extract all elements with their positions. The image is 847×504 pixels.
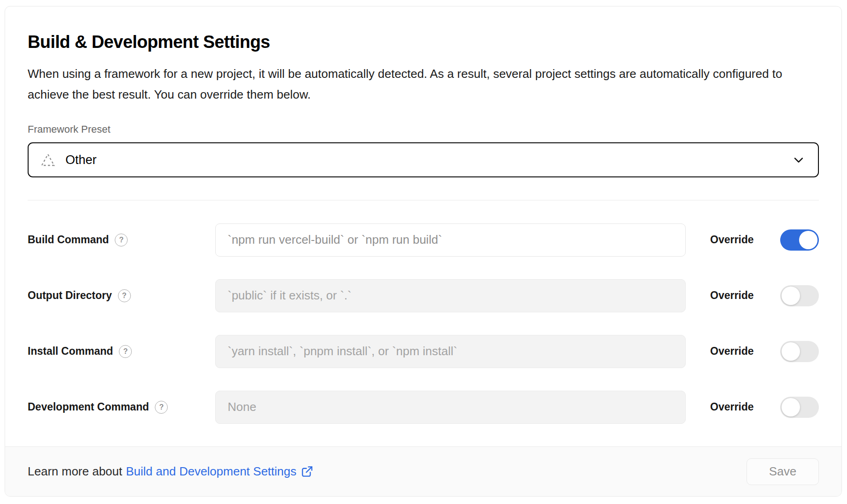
framework-preset-label: Framework Preset [28, 123, 819, 136]
row-label-group: Development Command ? [28, 401, 215, 414]
install-command-label: Install Command [28, 345, 113, 357]
install-command-input [215, 335, 686, 368]
row-label-group: Install Command ? [28, 345, 215, 358]
override-control: Override [710, 285, 819, 306]
toggle-knob [782, 398, 800, 416]
output-directory-row: Output Directory ? Override [28, 268, 819, 323]
save-button[interactable]: Save [747, 458, 819, 485]
install-command-override-toggle[interactable] [780, 341, 819, 362]
override-control: Override [710, 341, 819, 362]
section-divider [28, 200, 819, 200]
override-label: Override [710, 289, 754, 302]
build-command-label: Build Command [28, 234, 109, 246]
override-label: Override [710, 234, 754, 246]
development-command-override-toggle[interactable] [780, 397, 819, 418]
settings-rows: Build Command ? Override Output Director… [28, 212, 819, 435]
toggle-knob [799, 231, 818, 249]
external-link-icon [301, 465, 313, 478]
page-title: Build & Development Settings [28, 31, 819, 53]
override-control: Override [710, 397, 819, 418]
question-circle-icon[interactable]: ? [119, 345, 132, 358]
build-settings-card: Build & Development Settings When using … [5, 6, 842, 497]
framework-preset-value: Other [65, 153, 97, 167]
chevron-down-icon [791, 152, 806, 167]
development-command-input [215, 391, 686, 424]
other-framework-icon [41, 153, 55, 167]
footer-note-prefix: Learn more about [28, 464, 122, 479]
build-command-input[interactable] [215, 223, 686, 257]
toggle-knob [782, 287, 800, 305]
settings-description: When using a framework for a new project… [28, 64, 819, 105]
output-directory-input [215, 279, 686, 312]
development-command-label: Development Command [28, 401, 149, 413]
question-circle-icon[interactable]: ? [115, 234, 128, 246]
row-label-group: Build Command ? [28, 234, 215, 246]
card-body: Build & Development Settings When using … [5, 6, 841, 446]
question-circle-icon[interactable]: ? [118, 289, 131, 302]
framework-preset-select[interactable]: Other [28, 142, 819, 177]
output-directory-override-toggle[interactable] [780, 285, 819, 306]
toggle-knob [782, 342, 800, 361]
row-label-group: Output Directory ? [28, 289, 215, 302]
build-command-override-toggle[interactable] [780, 229, 819, 251]
question-circle-icon[interactable]: ? [155, 401, 168, 414]
development-command-row: Development Command ? Override [28, 379, 819, 435]
build-command-row: Build Command ? Override [28, 212, 819, 268]
override-control: Override [710, 229, 819, 251]
install-command-row: Install Command ? Override [28, 323, 819, 379]
override-label: Override [710, 345, 754, 357]
footer-note: Learn more about Build and Development S… [28, 464, 313, 479]
build-settings-docs-link[interactable]: Build and Development Settings [126, 464, 313, 479]
footer-link-text: Build and Development Settings [126, 464, 296, 479]
output-directory-label: Output Directory [28, 289, 112, 302]
override-label: Override [710, 401, 754, 413]
card-footer: Learn more about Build and Development S… [5, 446, 841, 496]
